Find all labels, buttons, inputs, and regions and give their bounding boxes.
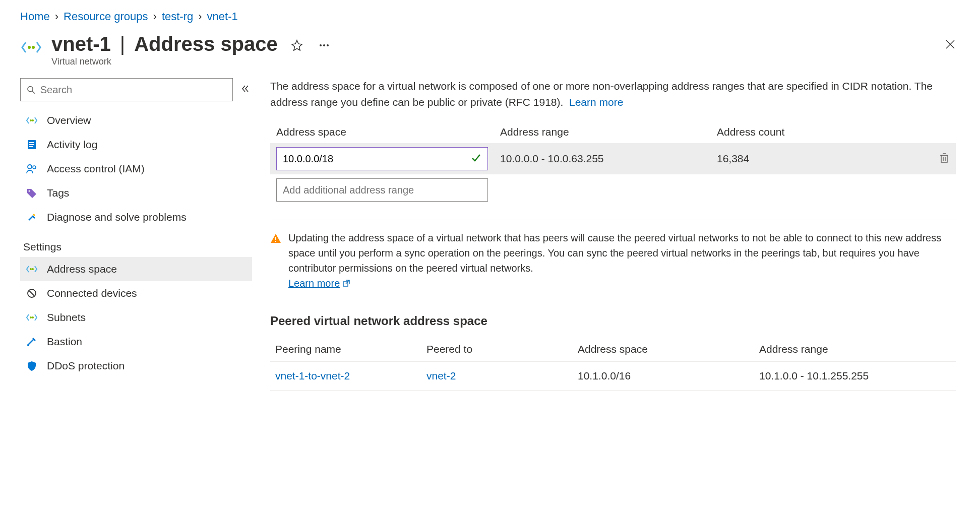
- sidebar-item-label: DDoS protection: [47, 360, 125, 372]
- sidebar-item-label: Overview: [47, 114, 91, 126]
- warning-learn-more-label: Learn more: [288, 276, 340, 291]
- sidebar-item-subnets[interactable]: Subnets: [20, 305, 252, 330]
- chevron-right-icon: ›: [153, 10, 157, 23]
- warning-text: Updating the address space of a virtual …: [288, 232, 941, 274]
- main-content: The address space for a virtual network …: [270, 78, 960, 391]
- warning-learn-more-link[interactable]: Learn more: [288, 276, 350, 291]
- shield-icon: [25, 360, 39, 371]
- favorite-star-button[interactable]: [288, 36, 306, 54]
- peered-table: Peering name Peered to Address space Add…: [270, 337, 956, 391]
- double-chevron-left-icon: [241, 84, 250, 93]
- svg-rect-30: [275, 241, 276, 242]
- sidebar-item-label: Connected devices: [47, 287, 137, 299]
- svg-point-17: [29, 190, 30, 192]
- svg-rect-29: [275, 237, 276, 240]
- iam-icon: [25, 164, 39, 174]
- svg-point-19: [32, 268, 34, 270]
- sidebar-item-access-control[interactable]: Access control (IAM): [20, 157, 252, 181]
- svg-rect-14: [29, 146, 33, 147]
- svg-point-9: [30, 119, 32, 121]
- svg-point-15: [28, 165, 32, 169]
- svg-point-10: [32, 119, 34, 121]
- sidebar-item-label: Tags: [47, 187, 69, 199]
- address-count-cell: 16,384: [711, 143, 933, 174]
- sidebar-item-label: Access control (IAM): [47, 163, 145, 175]
- col-address-space: Address space: [270, 121, 494, 143]
- close-button[interactable]: [941, 35, 960, 55]
- peer-space-cell: 10.1.0.0/16: [573, 362, 754, 391]
- svg-point-16: [33, 166, 36, 169]
- sidebar-item-label: Address space: [47, 263, 117, 275]
- title-separator: |: [120, 32, 125, 55]
- breadcrumb-resource-groups[interactable]: Resource groups: [64, 10, 148, 23]
- col-peering-name: Peering name: [270, 337, 421, 362]
- sidebar-item-ddos-protection[interactable]: DDoS protection: [20, 354, 252, 378]
- description-paragraph: The address space for a virtual network …: [270, 78, 956, 110]
- bastion-icon: [25, 336, 39, 347]
- learn-more-link[interactable]: Learn more: [569, 96, 623, 108]
- search-icon: [27, 85, 35, 94]
- address-range-cell: 10.0.0.0 - 10.0.63.255: [494, 143, 711, 174]
- sidebar-item-connected-devices[interactable]: Connected devices: [20, 281, 252, 305]
- external-link-icon: [343, 280, 350, 287]
- sidebar-item-label: Bastion: [47, 336, 82, 348]
- add-address-row: [270, 174, 956, 206]
- svg-rect-13: [29, 144, 34, 145]
- sidebar-item-label: Subnets: [47, 311, 86, 324]
- star-icon: [291, 39, 303, 51]
- diagnose-icon: [25, 212, 39, 223]
- activity-log-icon: [25, 139, 39, 150]
- peer-range-cell: 10.1.0.0 - 10.1.255.255: [754, 362, 956, 391]
- search-input[interactable]: [40, 84, 226, 96]
- sidebar-item-bastion[interactable]: Bastion: [20, 330, 252, 354]
- svg-point-1: [32, 46, 35, 49]
- page-title: vnet-1 | Address space: [51, 32, 932, 55]
- breadcrumb: Home › Resource groups › test-rg › vnet-…: [20, 8, 960, 32]
- peered-section-title: Peered virtual network address space: [270, 314, 956, 328]
- address-space-row: 10.0.0.0 - 10.0.63.255 16,384: [270, 143, 956, 174]
- address-space-input-wrap[interactable]: [276, 147, 488, 170]
- svg-point-23: [27, 344, 29, 346]
- vnet-icon: [25, 116, 39, 124]
- col-address-count: Address count: [711, 121, 933, 143]
- chevron-right-icon: ›: [198, 10, 202, 23]
- sidebar-item-overview[interactable]: Overview: [20, 108, 252, 133]
- sidebar-search[interactable]: [20, 78, 233, 101]
- svg-point-2: [320, 44, 322, 46]
- svg-point-7: [28, 86, 33, 91]
- svg-point-0: [28, 46, 31, 49]
- peered-to-link[interactable]: vnet-2: [426, 370, 456, 381]
- chevron-right-icon: ›: [55, 10, 58, 23]
- sidebar-item-activity-log[interactable]: Activity log: [20, 133, 252, 157]
- svg-rect-12: [29, 142, 34, 143]
- add-address-range-input[interactable]: [276, 178, 488, 202]
- vnet-icon: [25, 313, 39, 322]
- sidebar-item-tags[interactable]: Tags: [20, 181, 252, 205]
- svg-point-3: [323, 44, 325, 46]
- sidebar-item-label: Diagnose and solve problems: [47, 211, 187, 223]
- connected-devices-icon: [25, 288, 39, 299]
- peering-name-link[interactable]: vnet-1-to-vnet-2: [275, 370, 350, 381]
- col-peered-to: Peered to: [421, 337, 573, 362]
- ellipsis-icon: [319, 44, 329, 47]
- svg-point-22: [32, 316, 34, 318]
- more-actions-button[interactable]: [316, 41, 332, 50]
- sidebar-section-settings: Settings: [20, 229, 252, 257]
- col-peer-address-range: Address range: [754, 337, 956, 362]
- page-subtitle: Virtual network: [51, 56, 932, 67]
- sidebar-item-diagnose[interactable]: Diagnose and solve problems: [20, 205, 252, 229]
- collapse-sidebar-button[interactable]: [239, 82, 252, 98]
- breadcrumb-vnet[interactable]: vnet-1: [207, 10, 238, 23]
- check-icon: [470, 152, 481, 166]
- svg-point-4: [327, 44, 329, 46]
- breadcrumb-home[interactable]: Home: [20, 10, 50, 23]
- address-space-input[interactable]: [283, 153, 470, 165]
- delete-address-space-button[interactable]: [939, 152, 949, 165]
- sidebar-item-label: Activity log: [47, 139, 97, 151]
- svg-rect-24: [941, 155, 947, 162]
- sidebar-item-address-space[interactable]: Address space: [20, 257, 252, 281]
- breadcrumb-rg-name[interactable]: test-rg: [162, 10, 193, 23]
- warning-icon: [270, 232, 281, 291]
- title-resource: vnet-1: [51, 32, 111, 55]
- col-peer-address-space: Address space: [573, 337, 754, 362]
